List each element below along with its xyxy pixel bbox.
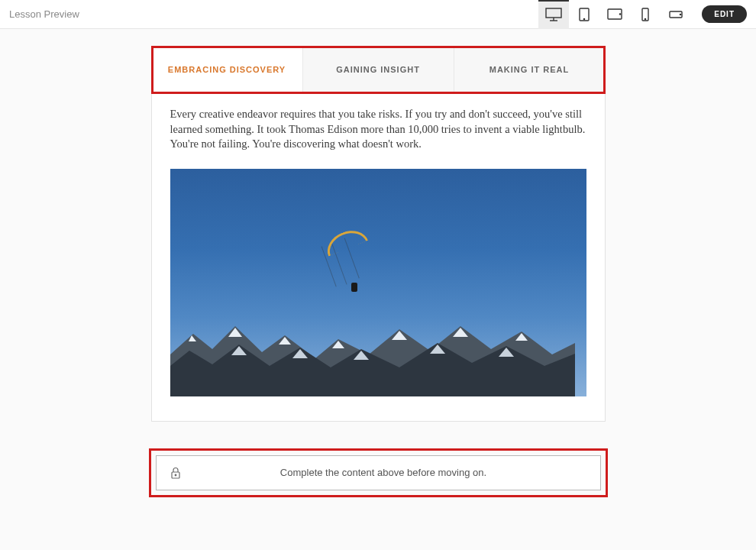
tab-embracing-discovery[interactable]: EMBRACING DISCOVERY <box>152 47 303 92</box>
tab-label: MAKING IT REAL <box>489 65 569 74</box>
lock-message: Complete the content above before moving… <box>181 467 586 478</box>
device-tablet-landscape-button[interactable] <box>599 0 630 29</box>
topbar-right: EDIT <box>538 0 747 29</box>
card-body: Every creative endeavor requires that yo… <box>152 93 605 421</box>
svg-rect-0 <box>546 8 561 18</box>
tab-gaining-insight[interactable]: GAINING INSIGHT <box>303 47 454 92</box>
device-desktop-button[interactable] <box>538 0 569 29</box>
edit-button[interactable]: EDIT <box>702 5 747 23</box>
lock-bar-highlight: Complete the content above before moving… <box>151 451 606 495</box>
device-tablet-portrait-button[interactable] <box>569 0 599 29</box>
tab-making-it-real[interactable]: MAKING IT REAL <box>454 47 605 92</box>
lock-bar: Complete the content above before moving… <box>156 455 601 490</box>
tablet-portrait-icon <box>579 8 590 21</box>
svg-point-8 <box>645 18 646 19</box>
tab-label: EMBRACING DISCOVERY <box>168 65 286 74</box>
mountains-graphic <box>170 312 575 396</box>
svg-point-10 <box>680 14 681 15</box>
device-phone-portrait-button[interactable] <box>630 0 661 29</box>
lesson-hero-image <box>170 169 586 396</box>
phone-portrait-icon <box>641 8 649 21</box>
phone-landscape-icon <box>669 11 683 18</box>
lock-icon <box>170 467 181 479</box>
tab-label: GAINING INSIGHT <box>336 65 420 74</box>
content-wrap: EMBRACING DISCOVERY GAINING INSIGHT MAKI… <box>0 29 756 495</box>
lesson-body-text: Every creative endeavor requires that yo… <box>170 107 586 152</box>
topbar: Lesson Preview <box>0 0 756 29</box>
paraglider-graphic <box>324 232 367 249</box>
svg-marker-12 <box>170 343 575 396</box>
svg-point-4 <box>584 18 585 19</box>
desktop-icon <box>545 8 562 21</box>
lesson-tabs: EMBRACING DISCOVERY GAINING INSIGHT MAKI… <box>152 47 605 93</box>
svg-point-6 <box>620 14 621 15</box>
lesson-card: EMBRACING DISCOVERY GAINING INSIGHT MAKI… <box>151 46 606 422</box>
device-phone-landscape-button[interactable] <box>661 0 691 29</box>
page-title: Lesson Preview <box>9 8 79 20</box>
tablet-landscape-icon <box>607 8 622 20</box>
svg-point-26 <box>175 474 176 476</box>
